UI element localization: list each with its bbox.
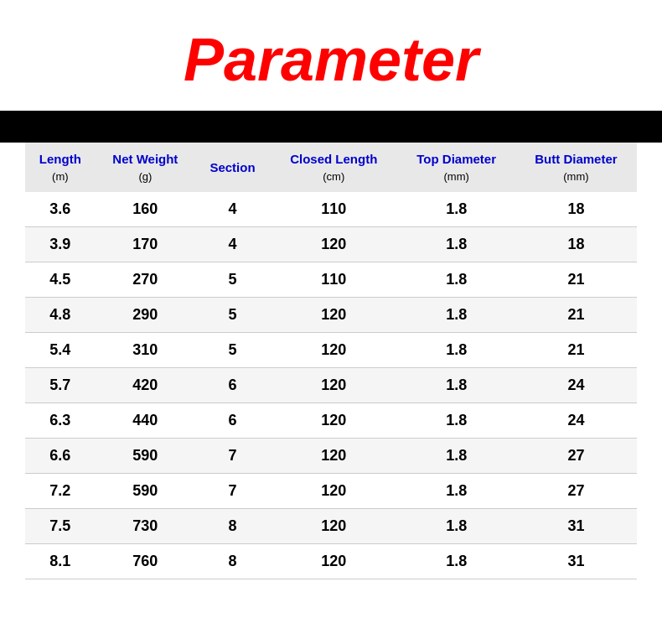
- table-cell: 1.8: [397, 439, 515, 474]
- table-cell: 120: [270, 333, 397, 368]
- table-cell: 120: [270, 368, 397, 403]
- table-cell: 4.5: [25, 262, 96, 298]
- table-cell: 21: [515, 262, 637, 298]
- col-closed: Closed Length (cm): [270, 143, 397, 192]
- table-row: 8.176081201.831: [25, 544, 637, 579]
- table-cell: 120: [270, 474, 397, 509]
- table-cell: 4: [195, 227, 270, 262]
- table-cell: 1.8: [397, 227, 515, 262]
- table-cell: 760: [96, 544, 195, 579]
- table-row: 7.259071201.827: [25, 474, 637, 509]
- col-length: Length (m): [25, 143, 96, 192]
- table-cell: 4.8: [25, 298, 96, 333]
- table-cell: 110: [270, 262, 397, 298]
- table-cell: 170: [96, 227, 195, 262]
- table-cell: 1.8: [397, 298, 515, 333]
- table-cell: 18: [515, 227, 637, 262]
- table-row: 3.917041201.818: [25, 227, 637, 262]
- table-cell: 1.8: [397, 262, 515, 298]
- table-cell: 590: [96, 439, 195, 474]
- table-cell: 5: [195, 298, 270, 333]
- table-cell: 31: [515, 544, 637, 579]
- table-cell: 5: [195, 333, 270, 368]
- table-cell: 6: [195, 368, 270, 403]
- table-cell: 8: [195, 509, 270, 544]
- table-cell: 6.3: [25, 403, 96, 439]
- table-cell: 7: [195, 474, 270, 509]
- table-cell: 120: [270, 509, 397, 544]
- table-row: 6.344061201.824: [25, 403, 637, 439]
- table-cell: 290: [96, 298, 195, 333]
- table-cell: 6.6: [25, 439, 96, 474]
- table-cell: 120: [270, 439, 397, 474]
- table-cell: 7.2: [25, 474, 96, 509]
- table-cell: 120: [270, 298, 397, 333]
- table-cell: 1.8: [397, 192, 515, 227]
- table-cell: 3.6: [25, 192, 96, 227]
- table-container: Length (m) Net Weight (g) Section Closed…: [0, 143, 662, 579]
- col-top: Top Diameter (mm): [397, 143, 515, 192]
- table-cell: 110: [270, 192, 397, 227]
- table-cell: 160: [96, 192, 195, 227]
- table-cell: 590: [96, 474, 195, 509]
- table-cell: 120: [270, 544, 397, 579]
- table-header-row: Length (m) Net Weight (g) Section Closed…: [25, 143, 637, 192]
- table-row: 7.573081201.831: [25, 509, 637, 544]
- table-cell: 1.8: [397, 544, 515, 579]
- table-cell: 24: [515, 403, 637, 439]
- page-title: Parameter: [0, 0, 662, 111]
- table-cell: 27: [515, 439, 637, 474]
- table-cell: 5.7: [25, 368, 96, 403]
- table-cell: 270: [96, 262, 195, 298]
- table-cell: 27: [515, 474, 637, 509]
- table-cell: 21: [515, 333, 637, 368]
- table-row: 4.527051101.821: [25, 262, 637, 298]
- table-cell: 8.1: [25, 544, 96, 579]
- table-cell: 18: [515, 192, 637, 227]
- table-cell: 440: [96, 403, 195, 439]
- parameter-table: Length (m) Net Weight (g) Section Closed…: [25, 143, 637, 579]
- table-cell: 120: [270, 403, 397, 439]
- col-butt: Butt Diameter (mm): [515, 143, 637, 192]
- table-row: 6.659071201.827: [25, 439, 637, 474]
- table-row: 4.829051201.821: [25, 298, 637, 333]
- table-cell: 7: [195, 439, 270, 474]
- table-cell: 5.4: [25, 333, 96, 368]
- table-cell: 24: [515, 368, 637, 403]
- black-bar: [0, 111, 662, 143]
- table-cell: 310: [96, 333, 195, 368]
- table-cell: 120: [270, 227, 397, 262]
- table-cell: 420: [96, 368, 195, 403]
- table-cell: 7.5: [25, 509, 96, 544]
- table-cell: 6: [195, 403, 270, 439]
- table-cell: 1.8: [397, 368, 515, 403]
- table-cell: 31: [515, 509, 637, 544]
- table-row: 3.616041101.818: [25, 192, 637, 227]
- table-cell: 1.8: [397, 333, 515, 368]
- table-body: 3.616041101.8183.917041201.8184.52705110…: [25, 192, 637, 579]
- table-cell: 1.8: [397, 509, 515, 544]
- table-cell: 3.9: [25, 227, 96, 262]
- table-row: 5.431051201.821: [25, 333, 637, 368]
- table-cell: 1.8: [397, 474, 515, 509]
- table-cell: 21: [515, 298, 637, 333]
- table-cell: 5: [195, 262, 270, 298]
- table-cell: 1.8: [397, 403, 515, 439]
- table-cell: 730: [96, 509, 195, 544]
- col-section: Section: [195, 143, 270, 192]
- table-cell: 4: [195, 192, 270, 227]
- table-cell: 8: [195, 544, 270, 579]
- col-weight: Net Weight (g): [96, 143, 195, 192]
- table-row: 5.742061201.824: [25, 368, 637, 403]
